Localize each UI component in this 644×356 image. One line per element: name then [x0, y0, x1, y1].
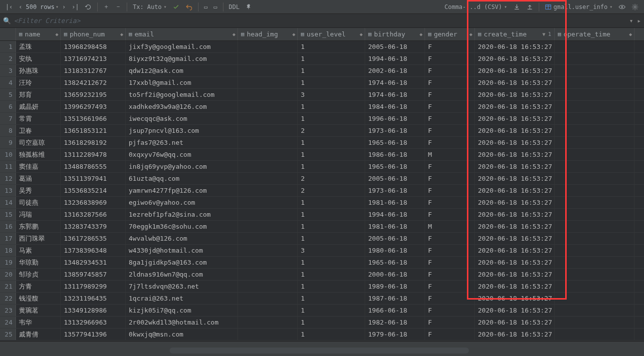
cell-operatetime[interactable]: [555, 173, 635, 184]
first-page-button[interactable]: |‹: [3, 2, 15, 12]
cell-phone[interactable]: 13716974213: [61, 53, 126, 64]
cell-userlevel[interactable]: 1: [298, 281, 365, 292]
cell-userlevel[interactable]: 1: [298, 293, 365, 304]
cell-birthday[interactable]: 1965-06-18: [365, 161, 425, 172]
sort-icon[interactable]: ◆: [232, 31, 235, 37]
cell-operatetime[interactable]: [555, 269, 635, 280]
row-number[interactable]: 7: [0, 113, 16, 124]
rollback-button[interactable]: [183, 2, 195, 12]
cell-gender[interactable]: F: [425, 41, 475, 52]
cell-operatetime[interactable]: [555, 137, 635, 148]
cell-headimg[interactable]: [238, 149, 298, 160]
cell-name[interactable]: 西门珠翠: [16, 233, 61, 244]
cell-name[interactable]: 孟珠: [16, 41, 61, 52]
cell-userlevel[interactable]: 1: [298, 197, 365, 208]
cell-name[interactable]: 常霄: [16, 113, 61, 124]
column-header-phone[interactable]: ▦ phone_num ◆: [61, 28, 126, 40]
row-number[interactable]: 4: [0, 77, 16, 88]
cell-operatetime[interactable]: [555, 293, 635, 304]
cell-createtime[interactable]: 2020-06-18 16:53:27: [475, 149, 555, 160]
cell-gender[interactable]: F: [425, 101, 475, 112]
cell-operatetime[interactable]: [555, 89, 635, 100]
cell-birthday[interactable]: 1982-06-18: [365, 317, 425, 328]
column-header-headimg[interactable]: ▦ head_img ◆: [238, 28, 298, 40]
cell-email[interactable]: 70eggk1m36c@sohu.com: [126, 221, 238, 232]
cell-birthday[interactable]: 1973-06-18: [365, 185, 425, 196]
table-row[interactable]: 14司徒燕13236838969egiwo6v@yahoo.com11981-0…: [0, 197, 644, 209]
settings-button[interactable]: [629, 2, 641, 12]
cell-email[interactable]: w4330jd@hotmail.com: [126, 245, 238, 256]
cell-birthday[interactable]: 1981-06-18: [365, 197, 425, 208]
cell-operatetime[interactable]: [555, 125, 635, 136]
table-row[interactable]: 20邹珍贞138597458572ldnas916wn7@qq.com12000…: [0, 269, 644, 281]
column-header-userlevel[interactable]: ▦ user_level ◆: [298, 28, 365, 40]
rows-dropdown-icon[interactable]: ▾: [55, 4, 58, 9]
cell-userlevel[interactable]: 2: [298, 173, 365, 184]
table-name-dropdown[interactable]: gmall.user_info ▾: [542, 2, 615, 12]
cell-birthday[interactable]: 2000-06-18: [365, 269, 425, 280]
row-number[interactable]: 21: [0, 281, 16, 292]
cell-headimg[interactable]: [238, 269, 298, 280]
cell-birthday[interactable]: 1984-06-18: [365, 101, 425, 112]
cell-operatetime[interactable]: [555, 65, 635, 76]
revert-changes-button[interactable]: ▭: [211, 2, 219, 12]
view-button[interactable]: [616, 2, 628, 12]
prev-page-button[interactable]: ‹: [16, 2, 24, 12]
cell-name[interactable]: 方青: [16, 281, 61, 292]
cell-email[interactable]: in8jq69yvp@yahoo.com: [126, 161, 238, 172]
table-row[interactable]: 2安纨137169742138iyxz9t32q@gmail.com11994-…: [0, 53, 644, 65]
cell-phone[interactable]: 13536835214: [61, 185, 126, 196]
cell-headimg[interactable]: [238, 101, 298, 112]
cell-email[interactable]: jixf3y@googlemail.com: [126, 41, 238, 52]
cell-gender[interactable]: F: [425, 197, 475, 208]
cell-createtime[interactable]: 2020-06-18 16:53:27: [475, 293, 555, 304]
ddl-button[interactable]: DDL: [226, 2, 242, 12]
cell-birthday[interactable]: 1974-06-18: [365, 89, 425, 100]
cell-birthday[interactable]: 1981-06-18: [365, 221, 425, 232]
cell-gender[interactable]: F: [425, 137, 475, 148]
cell-userlevel[interactable]: 1: [298, 65, 365, 76]
cell-gender[interactable]: M: [425, 221, 475, 232]
cell-gender[interactable]: F: [425, 329, 475, 340]
row-number[interactable]: 20: [0, 269, 16, 280]
cell-birthday[interactable]: 1979-06-18: [365, 329, 425, 340]
cell-createtime[interactable]: 2020-06-18 16:53:27: [475, 41, 555, 52]
cell-birthday[interactable]: 1994-06-18: [365, 53, 425, 64]
row-number[interactable]: 9: [0, 137, 16, 148]
cell-headimg[interactable]: [238, 317, 298, 328]
table-row[interactable]: 5郑育13659232195to5rf2i@googlemail.com3197…: [0, 89, 644, 101]
cell-headimg[interactable]: [238, 197, 298, 208]
cell-userlevel[interactable]: 1: [298, 305, 365, 316]
sort-icon[interactable]: ◆: [629, 31, 632, 37]
cell-headimg[interactable]: [238, 293, 298, 304]
row-number[interactable]: 16: [0, 221, 16, 232]
table-row[interactable]: 23黄琬茗13349128986kizjk05i7@qq.com11966-06…: [0, 305, 644, 317]
row-number[interactable]: 5: [0, 89, 16, 100]
cell-userlevel[interactable]: 3: [298, 89, 365, 100]
cell-operatetime[interactable]: [555, 41, 635, 52]
cell-name[interactable]: 戚晶妍: [16, 101, 61, 112]
cell-gender[interactable]: F: [425, 233, 475, 244]
upload-button[interactable]: [524, 2, 536, 12]
cell-operatetime[interactable]: [555, 329, 635, 340]
cell-name[interactable]: 冯瑞: [16, 209, 61, 220]
cell-headimg[interactable]: [238, 233, 298, 244]
cell-name[interactable]: 孙惠珠: [16, 65, 61, 76]
cell-gender[interactable]: F: [425, 257, 475, 268]
cell-userlevel[interactable]: 1: [298, 233, 365, 244]
cell-birthday[interactable]: 2005-06-18: [365, 233, 425, 244]
row-number[interactable]: 12: [0, 173, 16, 184]
cell-userlevel[interactable]: 3: [298, 245, 365, 256]
cell-email[interactable]: 1qcrai@263.net: [126, 293, 238, 304]
cell-name[interactable]: 韦华: [16, 317, 61, 328]
cell-headimg[interactable]: [238, 209, 298, 220]
sort-icon[interactable]: ◆: [55, 31, 58, 37]
cell-phone[interactable]: 13349128986: [61, 305, 126, 316]
cell-gender[interactable]: F: [425, 125, 475, 136]
cell-phone[interactable]: 13236838969: [61, 197, 126, 208]
cell-userlevel[interactable]: 1: [298, 329, 365, 340]
cell-userlevel[interactable]: 1: [298, 161, 365, 172]
cell-gender[interactable]: F: [425, 293, 475, 304]
cell-createtime[interactable]: 2020-06-18 16:53:27: [475, 173, 555, 184]
table-row[interactable]: 11窦佳嘉13488786555in8jq69yvp@yahoo.com1196…: [0, 161, 644, 173]
